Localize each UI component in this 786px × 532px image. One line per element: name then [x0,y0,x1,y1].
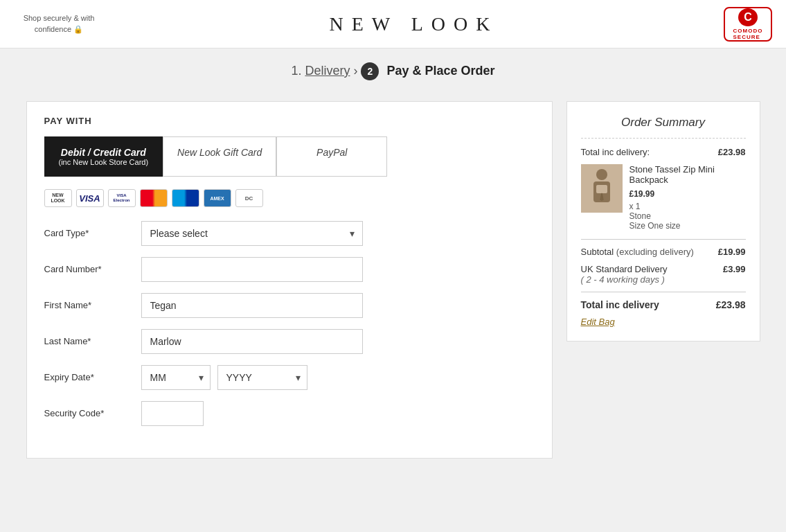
visa-card-icon: VISA [76,189,104,207]
comodo-badge-area: C COMODOSECURE [724,7,772,42]
product-image [581,164,623,213]
breadcrumb-separator: › [353,64,357,78]
card-number-field [141,257,535,282]
tab-debit-credit[interactable]: Debit / Credit Card (inc New Look Store … [44,136,163,177]
comodo-badge: C COMODOSECURE [724,7,772,42]
breadcrumb: 1. Delivery › 2 Pay & Place Order [0,62,786,80]
site-logo[interactable]: NEW LOOK [329,13,498,35]
visa-electron-icon: VISAElectron [108,189,136,207]
security-message: Shop securely & with confidence 🔒 [14,13,104,35]
product-color: Stone [629,211,746,221]
delivery-label: UK Standard Delivery ( 2 - 4 working day… [581,264,723,285]
total-inc-label: Total inc delivery: [581,147,718,157]
card-type-select-wrapper: Please select Visa Mastercard American E… [141,221,363,246]
security-code-input[interactable] [141,401,204,426]
first-name-field [141,293,535,318]
card-number-label: Card Number* [44,257,134,274]
card-type-select[interactable]: Please select Visa Mastercard American E… [141,221,363,246]
card-type-label: Card Type* [44,221,134,238]
main-content: PAY WITH Debit / Credit Card (inc New Lo… [12,94,774,479]
last-name-label: Last Name* [44,329,134,346]
summary-top-divider [581,138,746,139]
tab-debit-credit-sub: (inc New Look Store Card) [59,158,149,166]
grand-total-amount: £23.98 [716,299,746,310]
comodo-label: COMODOSECURE [733,28,763,40]
maestro-icon [172,189,199,207]
security-text: Shop securely & with confidence [24,14,95,33]
subtotal-amount: £19.99 [718,247,746,257]
delivery-row: UK Standard Delivery ( 2 - 4 working day… [581,264,746,285]
total-inc-row: Total inc delivery: £23.98 [581,147,746,157]
delivery-amount: £3.99 [723,264,746,274]
order-summary: Order Summary Total inc delivery: £23.98 [566,101,760,342]
last-name-row: Last Name* [44,329,535,354]
expiry-month-select[interactable]: MM 010203 040506 070809 101112 [141,365,211,390]
step1-num: 1. [291,64,301,78]
expiry-date-label: Expiry Date* [44,365,134,382]
pay-panel: PAY WITH Debit / Credit Card (inc New Lo… [26,101,553,459]
svg-point-1 [596,169,607,180]
card-icons-row: NEWLOOK VISA VISAElectron AMEX DC [44,189,535,207]
expiry-year-wrapper: YYYY 202420252026 202720282029 2030 ▾ [217,365,307,390]
first-name-input[interactable] [141,293,363,318]
diners-icon: DC [235,189,263,207]
order-summary-title: Order Summary [581,116,746,130]
mastercard-icon [140,189,168,207]
card-number-input[interactable] [141,257,363,282]
grand-total-row: Total inc delivery £23.98 [581,299,746,310]
expiry-month-wrapper: MM 010203 040506 070809 101112 ▾ [141,365,211,390]
last-name-input[interactable] [141,329,363,354]
total-inc-amount: £23.98 [718,147,746,157]
edit-bag-link[interactable]: Edit Bag [581,316,746,327]
card-number-row: Card Number* [44,257,535,282]
subtotal-row: Subtotal (excluding delivery) £19.99 [581,247,746,257]
tab-gift-card-label: New Look Gift Card [177,147,262,158]
product-details: Stone Tassel Zip Mini Backpack £19.99 x … [629,164,746,231]
card-type-row: Card Type* Please select Visa Mastercard… [44,221,535,246]
product-size: Size One size [629,221,746,231]
payment-tabs: Debit / Credit Card (inc New Look Store … [44,136,535,177]
expiry-date-row: Expiry Date* MM 010203 040506 070809 101… [44,365,535,390]
subtotal-label: Subtotal (excluding delivery) [581,247,718,257]
expiry-selects: MM 010203 040506 070809 101112 ▾ YYYY 20… [141,365,535,390]
tab-debit-credit-main: Debit / Credit Card [59,147,149,158]
comodo-icon: C [738,8,758,26]
tab-paypal-label: PayPal [316,147,347,158]
security-code-row: Security Code* [44,401,535,426]
grand-total-label: Total inc delivery [581,299,659,310]
lock-icon: 🔒 [73,25,83,33]
product-thumbnail [581,164,623,213]
product-name: Stone Tassel Zip Mini Backpack [629,164,746,185]
header: Shop securely & with confidence 🔒 NEW LO… [0,0,786,48]
svg-rect-3 [596,185,607,193]
product-quantity: x 1 [629,202,746,211]
summary-mid-divider [581,239,746,240]
card-type-field: Please select Visa Mastercard American E… [141,221,535,246]
amex-icon: AMEX [204,189,231,207]
step2-label: Pay & Place Order [387,64,495,78]
security-code-label: Security Code* [44,401,134,418]
first-name-label: First Name* [44,293,134,310]
expiry-year-select[interactable]: YYYY 202420252026 202720282029 2030 [217,365,307,390]
last-name-field [141,329,535,354]
security-code-field [141,401,535,426]
pay-with-title: PAY WITH [44,116,535,126]
tab-paypal[interactable]: PayPal [276,136,387,177]
step2-num: 2 [361,62,379,80]
summary-bottom-divider [581,292,746,292]
step1-link[interactable]: Delivery [305,64,350,78]
newlook-card-icon: NEWLOOK [44,189,72,207]
expiry-date-field: MM 010203 040506 070809 101112 ▾ YYYY 20… [141,365,535,390]
tab-gift-card[interactable]: New Look Gift Card [163,136,276,177]
breadcrumb-bar: 1. Delivery › 2 Pay & Place Order [0,48,786,94]
product-row: Stone Tassel Zip Mini Backpack £19.99 x … [581,164,746,231]
product-price: £19.99 [629,189,746,199]
first-name-row: First Name* [44,293,535,318]
